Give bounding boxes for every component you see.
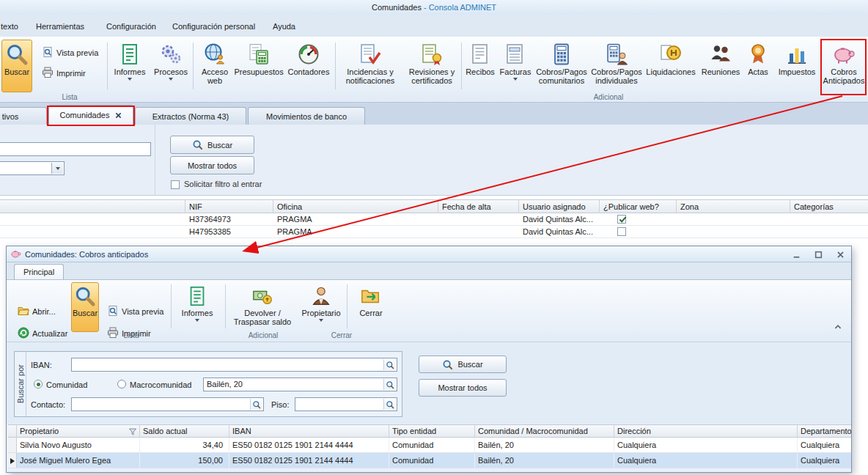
close-tab-icon[interactable] [115, 112, 122, 119]
facturas-button[interactable]: Facturas [499, 40, 532, 92]
header-cell-fecha-alta[interactable]: Fecha de alta [438, 200, 519, 213]
collapse-ribbon-chevron[interactable] [834, 323, 842, 331]
cobros-anticipados-button[interactable]: Cobros Anticipados [823, 40, 865, 92]
header-cell-zona[interactable]: Zona [677, 200, 790, 213]
header-cell-departamento[interactable]: Departamento [798, 425, 851, 438]
solicitar-filtro-checkbox[interactable] [171, 180, 180, 189]
cobros-pagos-individuales-button[interactable]: Cobros/Pagos individuales [591, 40, 642, 92]
buscar-ribbon-button[interactable]: Buscar [1, 40, 32, 92]
header-cell-nif[interactable]: NIF [185, 200, 273, 213]
procesos-button[interactable]: Procesos [151, 40, 191, 92]
vista-previa-button[interactable]: Vista previa [38, 44, 102, 59]
ribbon-separator [335, 43, 336, 89]
header-cell-iban[interactable]: IBAN [229, 425, 389, 438]
cobros-pagos-comunitarios-button[interactable]: Cobros/Pagos comunitarios [534, 40, 589, 92]
header-cell-categorias[interactable]: Categorías [790, 200, 868, 213]
combo-dropdown-button[interactable] [51, 163, 63, 174]
dialog-title: Comunidades: Cobros anticipados [25, 250, 148, 259]
imprimir-button[interactable]: Imprimir [38, 65, 89, 80]
presupuestos-button[interactable]: Presupuestos [235, 40, 282, 92]
table-row[interactable]: H37364973 PRAGMA David Quintas Alc... [0, 213, 868, 226]
header-cell-saldo-actual[interactable]: Saldo actual [140, 425, 229, 438]
menu-item-configuracion[interactable]: Configuración [103, 21, 160, 32]
dialog-group-label-cerrar: Cerrar [320, 331, 364, 339]
table-row[interactable]: Silvia Novo Augusto 34,40 ES50 0182 0125… [8, 438, 851, 453]
menu-item-texto[interactable]: texto [0, 21, 22, 32]
search-lens-button[interactable] [383, 359, 396, 370]
iban-input[interactable] [71, 358, 397, 372]
header-cell-usuario[interactable]: Usuario asignado [519, 200, 600, 213]
publicar-web-checkbox[interactable] [617, 215, 626, 224]
liquidaciones-button[interactable]: Liquidaciones [644, 40, 697, 92]
search-icon [5, 43, 29, 66]
row-gutter [8, 438, 17, 452]
maximize-button[interactable] [810, 248, 826, 260]
menu-item-ayuda[interactable]: Ayuda [269, 21, 299, 32]
search-lens-button[interactable] [383, 399, 396, 410]
header-cell-tipo-entidad[interactable]: Tipo entidad [389, 425, 475, 438]
comunidad-input[interactable]: Bailén, 20 [203, 378, 397, 391]
dialog-mostrar-todos-button[interactable]: Mostrar todos [419, 379, 507, 397]
dialog-buscar-ribbon-button[interactable]: Buscar [71, 282, 99, 332]
iban-label: IBAN: [31, 358, 52, 372]
cell-direccion: Cualquiera [614, 438, 798, 452]
tab-principal[interactable]: Principal [14, 264, 64, 279]
row-gutter [8, 453, 17, 468]
revisiones-button[interactable]: Revisiones y certificados [404, 40, 460, 92]
search-icon [192, 139, 203, 150]
header-cell-comunidad[interactable]: Comunidad / Macrocomunidad [475, 425, 614, 438]
buscar-por-groupbox: Buscar por IBAN: Comunidad Macrocomunida… [14, 351, 402, 417]
search-lens-button[interactable] [383, 379, 396, 390]
menu-item-configuracion-personal[interactable]: Configuración personal [169, 21, 259, 32]
contadores-button[interactable]: Contadores [285, 40, 332, 92]
filter-text-input[interactable] [0, 142, 151, 156]
reuniones-button[interactable]: Reuniones [699, 40, 742, 92]
minimize-button[interactable] [788, 248, 804, 260]
actas-button[interactable]: Actas [743, 40, 773, 92]
impuestos-button[interactable]: Impuestos [775, 40, 819, 92]
tab-movimientos-banco[interactable]: Movimientos de banco [248, 107, 365, 125]
header-cell-publicar-web[interactable]: ¿Publicar web? [600, 200, 677, 213]
header-cell-propietario[interactable]: Propietario [17, 425, 140, 438]
tab-comunidades[interactable]: Comunidades [48, 105, 133, 125]
table-row[interactable]: José Miguel Mulero Egea 150,00 ES50 0182… [8, 453, 851, 468]
header-cell-oficina[interactable]: Oficina [273, 200, 438, 213]
printer-icon [42, 67, 54, 78]
panel-divider [155, 125, 155, 196]
header-cell-empty[interactable] [0, 200, 185, 213]
table-row[interactable]: H47953385 PRAGMA David Quintas Alc... [0, 226, 868, 238]
cell-fecha [438, 226, 519, 238]
devolver-traspasar-button[interactable]: Devolver / Traspasar saldo [231, 282, 294, 332]
search-lens-button[interactable] [250, 399, 262, 410]
cell-direccion: Cualquiera [614, 453, 798, 468]
filter-funnel-icon[interactable] [129, 428, 136, 435]
close-button[interactable] [832, 248, 848, 260]
mostrar-todos-button[interactable]: Mostrar todos [170, 156, 254, 174]
piso-input[interactable] [295, 397, 397, 411]
buscar-panel-button[interactable]: Buscar [170, 136, 254, 154]
document-tabstrip: tivos Comunidades Extractos (Norma 43) M… [0, 103, 868, 125]
cell-tipo: Comunidad [389, 438, 475, 452]
macrocomunidad-radio[interactable] [117, 380, 126, 389]
comunidad-radio[interactable] [34, 380, 43, 389]
tab-extractos[interactable]: Extractos (Norma 43) [135, 107, 246, 125]
macrocomunidad-radio-label: Macrocomunidad [130, 378, 191, 392]
menu-item-herramientas[interactable]: Herramientas [32, 21, 88, 32]
contacto-input[interactable] [71, 397, 264, 411]
header-gutter [8, 425, 17, 438]
acceso-web-button[interactable]: Acceso web [196, 40, 233, 92]
dialog-informes-button[interactable]: Informes [177, 282, 218, 332]
propietario-button[interactable]: Propietario [297, 282, 345, 332]
header-cell-direccion[interactable]: Dirección [614, 425, 798, 438]
filter-combo[interactable] [0, 161, 65, 175]
dialog-buscar-button[interactable]: Buscar [419, 356, 507, 373]
informes-button[interactable]: Informes [111, 40, 148, 92]
main-ribbon: Buscar Vista previa Imprimir Informes Pr… [0, 37, 868, 103]
incidencias-button[interactable]: Incidencias y notificaciones [339, 40, 402, 92]
publicar-web-checkbox[interactable] [617, 227, 626, 236]
cell-saldo: 34,40 [140, 438, 229, 452]
tab-activos[interactable]: tivos [0, 107, 47, 125]
recibos-button[interactable]: Recibos [464, 40, 496, 92]
chevron-down-icon [195, 319, 199, 322]
cerrar-button[interactable]: Cerrar [351, 282, 391, 332]
